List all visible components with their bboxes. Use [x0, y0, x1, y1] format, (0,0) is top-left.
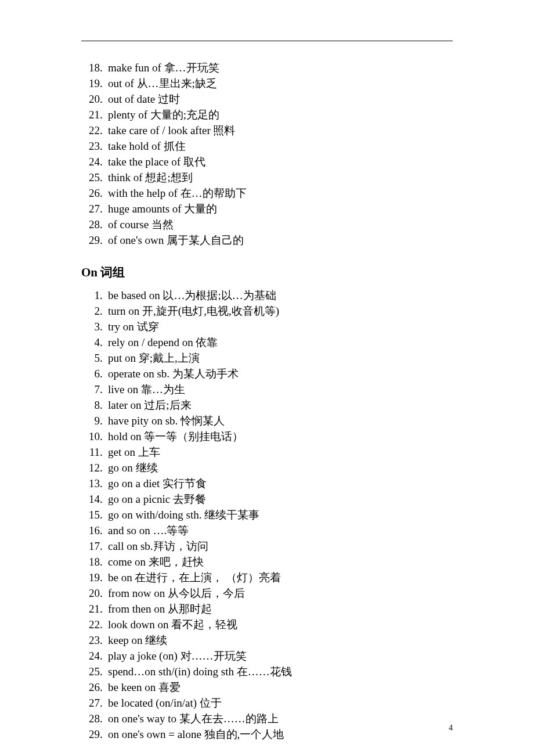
item-text: from now on 从今以后，今后	[108, 585, 453, 601]
item-number: 24	[81, 154, 100, 170]
on-list-item: 15.go on with/doing sth. 继续干某事	[81, 507, 453, 523]
item-dot: .	[100, 554, 108, 570]
item-dot: .	[100, 287, 108, 303]
of-list-item: 19.out of 从…里出来;缺乏	[81, 75, 453, 91]
on-list-item: 12.go on 继续	[81, 460, 453, 476]
item-number: 1	[81, 287, 100, 303]
item-dot: .	[100, 60, 108, 75]
item-number: 11	[81, 444, 100, 460]
item-text: with the help of 在…的帮助下	[108, 185, 453, 201]
item-number: 19	[81, 570, 100, 585]
item-number: 23	[81, 632, 100, 648]
item-dot: .	[100, 523, 108, 538]
item-text: try on 试穿	[108, 319, 453, 334]
item-dot: .	[100, 460, 108, 476]
item-text: plenty of 大量的;充足的	[108, 107, 453, 123]
item-number: 15	[81, 507, 100, 523]
item-dot: .	[100, 75, 108, 91]
on-list-item: 14.go on a picnic 去野餐	[81, 491, 453, 507]
item-dot: .	[100, 334, 108, 350]
item-text: out of date 过时	[108, 91, 453, 107]
on-list-item: 20.from now on 从今以后，今后	[81, 585, 453, 601]
on-list-item: 28.on one's way to 某人在去……的路上	[81, 711, 453, 726]
on-list-item: 3.try on 试穿	[81, 319, 453, 334]
item-dot: .	[100, 429, 108, 444]
on-list-item: 8.later on 过后;后来	[81, 397, 453, 413]
item-dot: .	[100, 570, 108, 585]
item-dot: .	[100, 381, 108, 397]
item-number: 19	[81, 75, 100, 91]
item-dot: .	[100, 185, 108, 201]
item-dot: .	[100, 601, 108, 617]
item-dot: .	[100, 366, 108, 381]
item-dot: .	[100, 350, 108, 366]
item-text: go on 继续	[108, 460, 453, 476]
item-dot: .	[100, 695, 108, 711]
of-list-item: 18.make fun of 拿…开玩笑	[81, 60, 453, 75]
item-dot: .	[100, 123, 108, 138]
item-dot: .	[100, 217, 108, 232]
item-text: from then on 从那时起	[108, 601, 453, 617]
item-dot: .	[100, 726, 108, 742]
item-number: 9	[81, 413, 100, 429]
item-dot: .	[100, 107, 108, 123]
on-list-item: 2.turn on 开,旋开(电灯,电视,收音机等)	[81, 303, 453, 319]
item-number: 27	[81, 201, 100, 217]
item-dot: .	[100, 444, 108, 460]
of-list-item: 27.huge amounts of 大量的	[81, 201, 453, 217]
item-number: 28	[81, 217, 100, 232]
item-number: 18	[81, 60, 100, 75]
item-dot: .	[100, 632, 108, 648]
on-list-item: 25.spend…on sth/(in) doing sth 在……花钱	[81, 664, 453, 679]
item-text: come on 来吧，赶快	[108, 554, 453, 570]
item-dot: .	[100, 617, 108, 632]
item-dot: .	[100, 303, 108, 319]
item-dot: .	[100, 413, 108, 429]
item-number: 14	[81, 491, 100, 507]
item-number: 7	[81, 381, 100, 397]
of-list-item: 28.of course 当然	[81, 217, 453, 232]
item-number: 24	[81, 648, 100, 664]
on-list-item: 7.live on 靠…为生	[81, 381, 453, 397]
section-heading-on: On 词组	[81, 264, 453, 280]
item-text: take hold of 抓住	[108, 138, 453, 154]
item-text: call on sb.拜访，访问	[108, 538, 453, 554]
of-list-item: 29.of one's own 属于某人自己的	[81, 232, 453, 248]
item-dot: .	[100, 711, 108, 726]
item-text: make fun of 拿…开玩笑	[108, 60, 453, 75]
of-list-item: 23.take hold of 抓住	[81, 138, 453, 154]
on-list-item: 6.operate on sb. 为某人动手术	[81, 366, 453, 381]
page-number: 4	[449, 723, 453, 733]
of-list-item: 25.think of 想起;想到	[81, 170, 453, 185]
item-number: 27	[81, 695, 100, 711]
item-number: 13	[81, 476, 100, 491]
on-list-item: 29.on one's own = alone 独自的,一个人地	[81, 726, 453, 742]
item-text: play a joke (on) 对……开玩笑	[108, 648, 453, 664]
item-text: live on 靠…为生	[108, 381, 453, 397]
item-number: 21	[81, 601, 100, 617]
item-text: on one's own = alone 独自的,一个人地	[108, 726, 453, 742]
on-list-item: 11.get on 上车	[81, 444, 453, 460]
item-dot: .	[100, 664, 108, 679]
item-number: 16	[81, 523, 100, 538]
item-number: 18	[81, 554, 100, 570]
on-list-item: 9.have pity on sb. 怜悯某人	[81, 413, 453, 429]
item-text: hold on 等一等（别挂电话）	[108, 429, 453, 444]
item-number: 21	[81, 107, 100, 123]
item-number: 20	[81, 91, 100, 107]
on-list-item: 17.call on sb.拜访，访问	[81, 538, 453, 554]
item-text: be based on 以…为根据;以…为基础	[108, 287, 453, 303]
item-number: 26	[81, 185, 100, 201]
on-list-item: 22.look down on 看不起，轻视	[81, 617, 453, 632]
item-number: 22	[81, 123, 100, 138]
item-text: put on 穿;戴上,上演	[108, 350, 453, 366]
item-number: 8	[81, 397, 100, 413]
item-number: 20	[81, 585, 100, 601]
item-text: go on with/doing sth. 继续干某事	[108, 507, 453, 523]
item-dot: .	[100, 679, 108, 695]
item-dot: .	[100, 585, 108, 601]
on-list-item: 19.be on 在进行，在上演， （灯）亮着	[81, 570, 453, 585]
top-rule	[81, 41, 453, 41]
on-list-item: 27.be located (on/in/at) 位于	[81, 695, 453, 711]
item-dot: .	[100, 154, 108, 170]
